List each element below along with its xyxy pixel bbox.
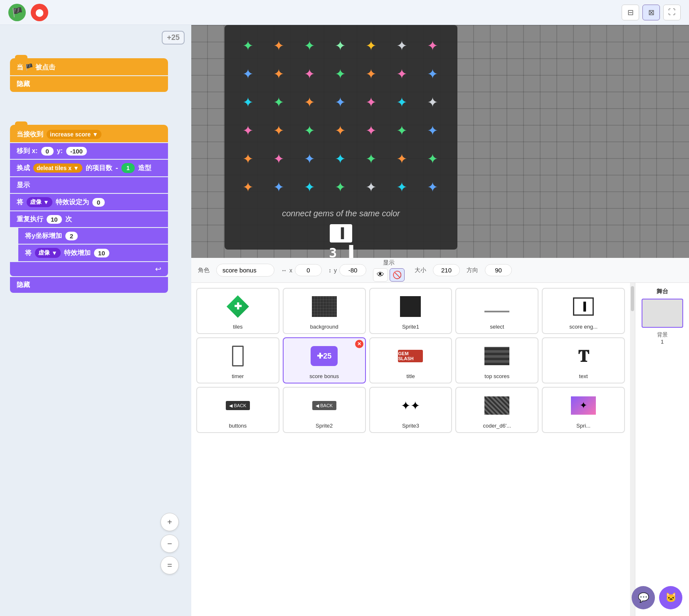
gem-6-5[interactable]: ✦ (357, 175, 385, 200)
effect2-val-input[interactable]: 10 (94, 249, 109, 257)
gem-5-6[interactable]: ✦ (388, 146, 416, 171)
gem-5-3[interactable]: ✦ (295, 146, 324, 171)
sprite-card-text[interactable]: 𝐓 text (542, 337, 625, 383)
block-when-flag[interactable]: 当 🏴 被点击 (10, 58, 168, 75)
block-hide-2[interactable]: 隐藏 (10, 277, 168, 293)
gem-2-3[interactable]: ✦ (295, 62, 324, 87)
gem-4-5[interactable]: ✦ (357, 118, 385, 143)
block-effect-set[interactable]: 将 虚像 ▼ 特效设定为 0 (10, 194, 168, 210)
hide-btn[interactable]: 🚫 (390, 268, 405, 282)
gem-2-4[interactable]: ✦ (326, 62, 354, 87)
size-input[interactable] (433, 264, 460, 276)
move-x-input[interactable]: 0 (41, 147, 54, 156)
chat-fab-button[interactable]: 💬 (632, 586, 655, 609)
repeat-val-input[interactable]: 10 (47, 215, 62, 224)
gem-1-3[interactable]: ✦ (295, 33, 324, 58)
sprite-card-timer[interactable]: timer (196, 337, 279, 383)
sprite-card-sprite2[interactable]: ◀ BACK Sprite2 (283, 387, 366, 433)
costume-dropdown[interactable]: deleat tiles x ▼ (33, 163, 82, 173)
block-when-receive[interactable]: 当接收到 increase score ▼ (10, 125, 168, 142)
gem-3-3[interactable]: ✦ (295, 90, 324, 115)
y-input[interactable] (339, 264, 366, 276)
move-y-input[interactable]: -100 (66, 147, 87, 156)
gem-4-1[interactable]: ✦ (234, 118, 262, 143)
sprite-card-coder-d6[interactable]: coder_d6'... (455, 387, 538, 433)
sprite-card-select[interactable]: select (455, 288, 538, 334)
stop-button[interactable]: ⬤ (31, 4, 48, 21)
layout-btn-2[interactable]: ⊠ (642, 5, 660, 20)
block-costume[interactable]: 换成 deleat tiles x ▼ 的项目数 - 1 造型 (10, 160, 168, 176)
sprite-card-score-eng[interactable]: ▐ score eng... (542, 288, 625, 334)
gem-3-1[interactable]: ✦ (234, 90, 262, 115)
gem-5-4[interactable]: ✦ (326, 146, 354, 171)
sprite-card-sprite-last[interactable]: ✦ Spri... (542, 387, 625, 433)
gem-3-7[interactable]: ✦ (418, 90, 447, 115)
gem-6-1[interactable]: ✦ (234, 175, 262, 200)
effect-val-input[interactable]: 0 (92, 198, 105, 207)
gem-3-4[interactable]: ✦ (326, 90, 354, 115)
block-move-to[interactable]: 移到 x: 0 y: -100 (10, 143, 168, 159)
gem-4-2[interactable]: ✦ (264, 118, 293, 143)
gem-5-2[interactable]: ✦ (264, 146, 293, 171)
gem-1-1[interactable]: ✦ (234, 33, 262, 58)
stage-thumbnail[interactable] (642, 299, 683, 328)
costume-val[interactable]: 1 (121, 163, 135, 173)
effect2-dropdown[interactable]: 虚像 ▼ (35, 248, 61, 258)
gem-6-7[interactable]: ✦ (418, 175, 447, 200)
block-repeat[interactable]: 重复执行 10 次 (10, 211, 168, 227)
gem-5-1[interactable]: ✦ (234, 146, 262, 171)
gem-1-7[interactable]: ✦ (418, 33, 447, 58)
sprite-card-score-bonus[interactable]: ✕ ✚25 score bonus (283, 337, 366, 383)
gem-2-5[interactable]: ✦ (357, 62, 385, 87)
costume-dropdown-arrow: ▼ (73, 165, 79, 171)
gem-1-4[interactable]: ✦ (326, 33, 354, 58)
block-effect-increase[interactable]: 将 虚像 ▼ 特效增加 10 (18, 245, 168, 261)
sprite-card-background[interactable]: background (283, 288, 366, 334)
sprite-grid-scrollbar[interactable] (630, 283, 635, 616)
layout-btn-3[interactable]: ⛶ (663, 5, 681, 20)
gem-3-6[interactable]: ✦ (388, 90, 416, 115)
sprite-card-title[interactable]: GEM SLASH title (369, 337, 452, 383)
gem-6-2[interactable]: ✦ (264, 175, 293, 200)
block-show[interactable]: 显示 (10, 177, 168, 193)
x-input[interactable] (295, 264, 322, 276)
sprite-card-tiles[interactable]: ✚ tiles (196, 288, 279, 334)
sprite-card-sprite1[interactable]: Sprite1 (369, 288, 452, 334)
zoom-fit-button[interactable]: = (161, 556, 179, 574)
y-increase-val-input[interactable]: 2 (65, 232, 78, 240)
block-y-increase[interactable]: 将y坐标增加 2 (18, 228, 168, 244)
sprite-card-top-scores[interactable]: top scores (455, 337, 538, 383)
gem-1-2[interactable]: ✦ (264, 33, 293, 58)
dir-input[interactable] (485, 264, 512, 276)
green-flag-button[interactable]: 🏴 (8, 4, 26, 21)
gem-6-3[interactable]: ✦ (295, 175, 324, 200)
cat-fab-button[interactable]: 🐱 ✚ (659, 586, 682, 609)
zoom-in-button[interactable]: + (161, 513, 179, 531)
gem-1-5[interactable]: ✦ (357, 33, 385, 58)
delete-badge[interactable]: ✕ (355, 340, 363, 348)
gem-3-2[interactable]: ✦ (264, 90, 293, 115)
show-btn[interactable]: 👁 (373, 268, 388, 282)
gem-2-6[interactable]: ✦ (388, 62, 416, 87)
sprite-card-buttons[interactable]: ◀ BACK buttons (196, 387, 279, 433)
zoom-out-button[interactable]: − (161, 534, 179, 553)
gem-4-4[interactable]: ✦ (326, 118, 354, 143)
layout-btn-1[interactable]: ⊟ (622, 5, 639, 20)
gem-3-5[interactable]: ✦ (357, 90, 385, 115)
gem-1-6[interactable]: ✦ (388, 33, 416, 58)
gem-2-7[interactable]: ✦ (418, 62, 447, 87)
gem-4-3[interactable]: ✦ (295, 118, 324, 143)
gem-6-4[interactable]: ✦ (326, 175, 354, 200)
gem-5-5[interactable]: ✦ (357, 146, 385, 171)
gem-4-6[interactable]: ✦ (388, 118, 416, 143)
gem-4-7[interactable]: ✦ (418, 118, 447, 143)
gem-6-6[interactable]: ✦ (388, 175, 416, 200)
sprite-name-input[interactable] (216, 264, 274, 277)
gem-2-2[interactable]: ✦ (264, 62, 293, 87)
block-hide-1[interactable]: 隐藏 (10, 76, 168, 92)
gem-5-7[interactable]: ✦ (418, 146, 447, 171)
receive-dropdown[interactable]: increase score ▼ (47, 130, 101, 139)
sprite-card-sprite3[interactable]: ✦✦ Sprite3 (369, 387, 452, 433)
effect-dropdown[interactable]: 虚像 ▼ (27, 197, 52, 207)
gem-2-1[interactable]: ✦ (234, 62, 262, 87)
